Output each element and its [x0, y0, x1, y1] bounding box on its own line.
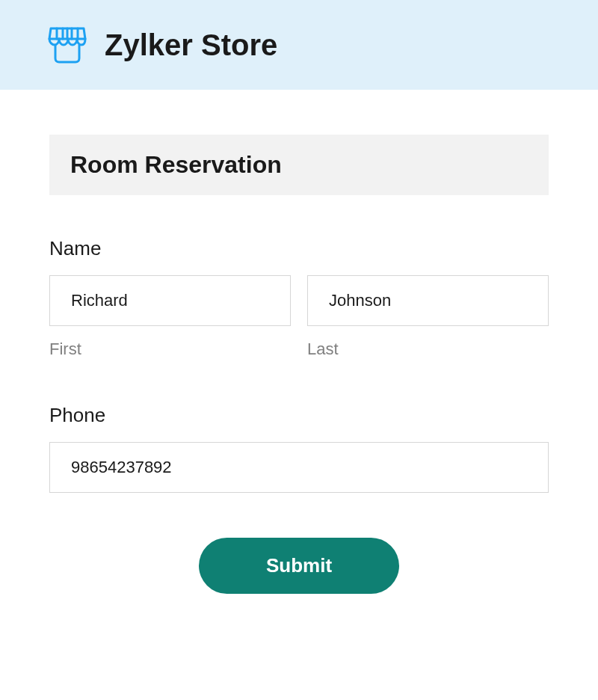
- last-name-sublabel: Last: [307, 340, 549, 359]
- reservation-form: Room Reservation Name First Last Phone S…: [0, 90, 598, 624]
- store-title: Zylker Store: [105, 28, 277, 62]
- last-name-input[interactable]: [307, 275, 549, 326]
- phone-input[interactable]: [49, 442, 549, 493]
- name-label: Name: [49, 237, 549, 260]
- last-name-col: Last: [307, 275, 549, 359]
- first-name-col: First: [49, 275, 291, 359]
- phone-field-group: Phone: [49, 404, 549, 493]
- first-name-sublabel: First: [49, 340, 291, 359]
- page-header: Zylker Store: [0, 0, 598, 90]
- name-row: First Last: [49, 275, 549, 359]
- first-name-input[interactable]: [49, 275, 291, 326]
- form-title-bar: Room Reservation: [49, 135, 549, 195]
- store-icon: [45, 22, 90, 67]
- form-title: Room Reservation: [70, 151, 528, 179]
- submit-button[interactable]: Submit: [199, 538, 399, 594]
- phone-label: Phone: [49, 404, 549, 427]
- name-field-group: Name First Last: [49, 237, 549, 359]
- submit-row: Submit: [49, 538, 549, 594]
